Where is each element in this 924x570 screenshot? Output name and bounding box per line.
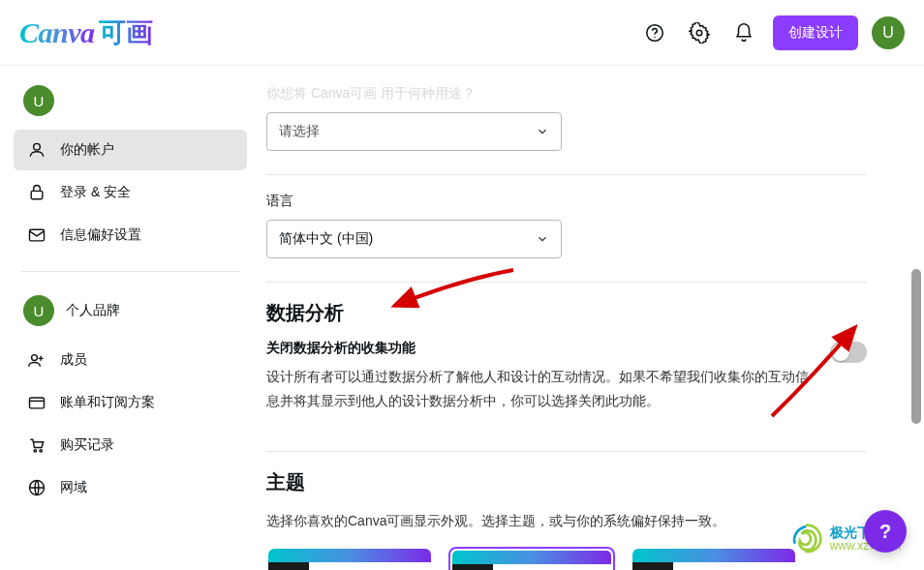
sidebar-brand[interactable]: U 个人品牌 <box>14 289 247 340</box>
brand-avatar: U <box>23 295 54 326</box>
theme-section-title: 主题 <box>266 469 895 495</box>
logo-text-cn: 可画 <box>99 15 153 51</box>
members-icon <box>27 350 46 370</box>
analytics-toggle[interactable] <box>830 342 867 363</box>
lock-icon <box>27 183 46 202</box>
svg-point-3 <box>34 143 41 150</box>
app-header: Canva 可画 创建设计 U <box>0 0 924 66</box>
globe-icon <box>27 478 46 497</box>
logo-text-main: Canva <box>19 16 95 49</box>
language-select-value: 简体中文 (中国) <box>279 230 373 248</box>
theme-option-2[interactable] <box>448 547 615 571</box>
usage-select[interactable]: 请选择 <box>266 112 562 151</box>
help-fab-button[interactable]: ? <box>864 510 907 553</box>
sidebar-divider <box>21 271 239 272</box>
bell-icon[interactable] <box>728 17 759 48</box>
sidebar-item-purchases[interactable]: 购买记录 <box>14 425 247 465</box>
analytics-description: 设计所有者可以通过数据分析了解他人和设计的互动情况。如果不希望我们收集你的互动信… <box>266 365 809 412</box>
sidebar-item-billing[interactable]: 账单和订阅方案 <box>14 382 247 423</box>
sidebar-item-label: 购买记录 <box>60 436 114 454</box>
sidebar-item-account[interactable]: 你的帐户 <box>14 130 247 170</box>
logo[interactable]: Canva 可画 <box>19 15 153 51</box>
sidebar-item-label: 登录 & 安全 <box>60 184 131 201</box>
main-content: 你想将 Canva可画 用于何种用途？ 请选择 语言 简体中文 (中国) 数据分… <box>247 66 924 570</box>
sidebar: U 你的帐户 登录 & 安全 信息偏好设置 U 个人品牌 <box>0 66 247 570</box>
scrollbar-thumb[interactable] <box>911 269 921 424</box>
sidebar-item-security[interactable]: 登录 & 安全 <box>14 172 247 213</box>
svg-point-6 <box>32 355 38 361</box>
sidebar-item-label: 网域 <box>60 479 87 496</box>
language-select[interactable]: 简体中文 (中国) <box>266 220 562 258</box>
analytics-sub-title: 关闭数据分析的收集功能 <box>266 340 809 357</box>
svg-point-8 <box>34 450 37 453</box>
header-actions: 创建设计 U <box>639 15 905 50</box>
svg-point-1 <box>654 36 655 37</box>
help-icon[interactable] <box>639 17 670 48</box>
sidebar-item-label: 成员 <box>60 351 87 369</box>
theme-option-3[interactable] <box>631 547 797 571</box>
billing-icon <box>27 393 46 412</box>
sidebar-item-preferences[interactable]: 信息偏好设置 <box>14 215 247 255</box>
sidebar-username-placeholder <box>66 94 182 107</box>
theme-option-1[interactable] <box>266 547 433 571</box>
sidebar-item-label: 信息偏好设置 <box>60 226 141 244</box>
svg-point-2 <box>696 30 702 36</box>
cart-icon <box>27 435 46 455</box>
sidebar-item-label: 账单和订阅方案 <box>60 394 155 411</box>
sidebar-item-label: 你的帐户 <box>60 141 114 159</box>
sidebar-item-members[interactable]: 成员 <box>14 340 247 380</box>
create-design-button[interactable]: 创建设计 <box>773 15 858 50</box>
divider <box>266 282 867 283</box>
language-label: 语言 <box>266 193 895 210</box>
chevron-down-icon <box>536 232 549 246</box>
sidebar-item-domain[interactable]: 网域 <box>14 467 247 508</box>
svg-rect-7 <box>30 398 45 408</box>
user-icon <box>27 140 46 160</box>
divider <box>266 174 867 175</box>
sidebar-avatar: U <box>23 85 54 116</box>
chevron-down-icon <box>536 125 549 138</box>
analytics-section-title: 数据分析 <box>266 300 895 326</box>
sidebar-user[interactable]: U <box>14 77 247 130</box>
gear-icon[interactable] <box>684 17 715 48</box>
svg-rect-4 <box>31 191 43 198</box>
header-avatar[interactable]: U <box>872 16 905 49</box>
divider <box>266 451 867 452</box>
svg-point-9 <box>40 450 43 453</box>
mail-icon <box>27 225 46 245</box>
usage-select-value: 请选择 <box>279 123 320 140</box>
brand-label: 个人品牌 <box>66 302 120 319</box>
theme-description: 选择你喜欢的Canva可画显示外观。选择主题，或与你的系统偏好保持一致。 <box>266 509 809 533</box>
watermark-logo-icon <box>789 522 824 556</box>
usage-question: 你想将 Canva可画 用于何种用途？ <box>266 66 895 103</box>
